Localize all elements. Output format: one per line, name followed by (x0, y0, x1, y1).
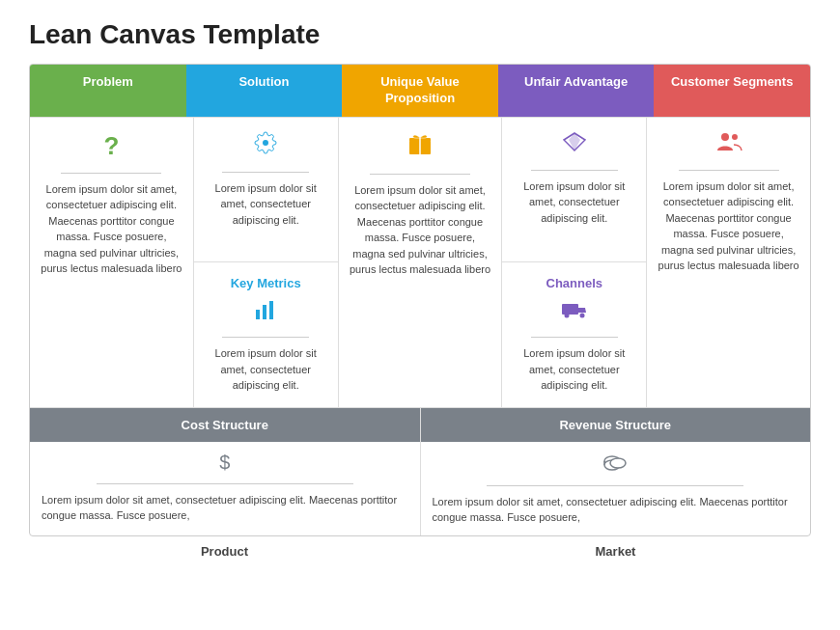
revenue-text: Lorem ipsum dolor sit amet, consectetuer… (433, 494, 799, 526)
footer-product: Product (29, 544, 420, 559)
uvp-text: Lorem ipsum dolor sit amet, consectetuer… (349, 182, 492, 278)
solution-icon (254, 131, 277, 160)
segments-cell: Lorem ipsum dolor sit amet, consectetuer… (647, 118, 810, 407)
segments-icon (715, 131, 742, 158)
svg-point-10 (564, 314, 569, 318)
unfair-top-divider (531, 170, 618, 171)
header-uvp: Unique Value Proposition (342, 65, 498, 117)
content-row: ? Lorem ipsum dolor sit amet, consectetu… (30, 117, 810, 407)
cost-divider (97, 483, 353, 484)
svg-rect-9 (562, 304, 578, 315)
svg-point-13 (732, 134, 738, 140)
page-title: Lean Canvas Template (29, 19, 811, 50)
svg-point-18 (610, 458, 626, 468)
svg-point-12 (721, 133, 729, 141)
footer-market: Market (420, 544, 811, 559)
uvp-cell: Lorem ipsum dolor sit amet, consectetuer… (339, 118, 503, 407)
solution-bottom-text: Lorem ipsum dolor sit amet, consectetuer… (204, 345, 328, 394)
unfair-cell: Lorem ipsum dolor sit amet, consectetuer… (502, 118, 647, 407)
channels-divider (531, 337, 618, 338)
uvp-icon (407, 131, 433, 162)
lean-canvas: Problem Solution Unique Value Propositio… (29, 64, 811, 536)
structure-row: Cost Structure $ Lorem ipsum dolor sit a… (30, 407, 810, 535)
problem-divider (61, 173, 161, 174)
solution-bottom-divider (222, 337, 309, 338)
header-segments: Customer Segments (654, 65, 810, 117)
problem-icon: ? (103, 131, 119, 161)
cost-structure-content: $ Lorem ipsum dolor sit amet, consectetu… (30, 442, 420, 534)
uvp-divider (370, 174, 470, 175)
solution-bottom: Key Metrics Lorem ipsum dolor sit amet, … (194, 262, 338, 407)
solution-top: Lorem ipsum dolor sit amet, consectetuer… (194, 118, 338, 263)
svg-point-11 (579, 314, 584, 318)
channels-text: Lorem ipsum dolor sit amet, consectetuer… (512, 345, 636, 394)
svg-point-0 (263, 140, 268, 146)
header-problem: Problem (30, 65, 186, 117)
unfair-top: Lorem ipsum dolor sit amet, consectetuer… (502, 118, 646, 263)
revenue-structure-cell: Revenue Structure Lorem ipsum dolor sit … (421, 408, 811, 535)
revenue-divider (487, 485, 743, 486)
segments-text: Lorem ipsum dolor sit amet, consectetuer… (657, 178, 800, 274)
channels-section: Channels Lorem ipsum dolor sit amet, con… (502, 262, 646, 407)
solution-top-divider (222, 172, 309, 173)
cost-icon: $ (219, 452, 230, 474)
svg-rect-1 (256, 310, 260, 319)
cost-structure-header: Cost Structure (30, 408, 420, 442)
header-solution: Solution (186, 65, 343, 117)
problem-cell: ? Lorem ipsum dolor sit amet, consectetu… (30, 118, 194, 407)
unfair-icon (562, 131, 587, 158)
channels-label: Channels (546, 276, 603, 290)
key-metrics-icon (254, 300, 277, 325)
key-metrics-label: Key Metrics (231, 276, 301, 290)
revenue-icon (602, 452, 628, 476)
header-unfair: Unfair Advantage (498, 65, 655, 117)
footer-row: Product Market (29, 544, 811, 559)
segments-divider (679, 170, 779, 171)
unfair-top-text: Lorem ipsum dolor sit amet, consectetuer… (512, 178, 636, 227)
svg-rect-3 (269, 301, 273, 319)
cost-text: Lorem ipsum dolor sit amet, consectetuer… (42, 492, 408, 524)
solution-top-text: Lorem ipsum dolor sit amet, consectetuer… (204, 180, 328, 229)
solution-cell: Lorem ipsum dolor sit amet, consectetuer… (194, 118, 339, 407)
cost-structure-cell: Cost Structure $ Lorem ipsum dolor sit a… (30, 408, 421, 535)
revenue-structure-header: Revenue Structure (421, 408, 811, 442)
header-row: Problem Solution Unique Value Propositio… (30, 65, 810, 117)
svg-rect-2 (263, 305, 266, 319)
revenue-structure-content: Lorem ipsum dolor sit amet, consectetuer… (421, 442, 811, 535)
problem-text: Lorem ipsum dolor sit amet, consectetuer… (40, 181, 183, 277)
channels-icon (561, 300, 588, 325)
